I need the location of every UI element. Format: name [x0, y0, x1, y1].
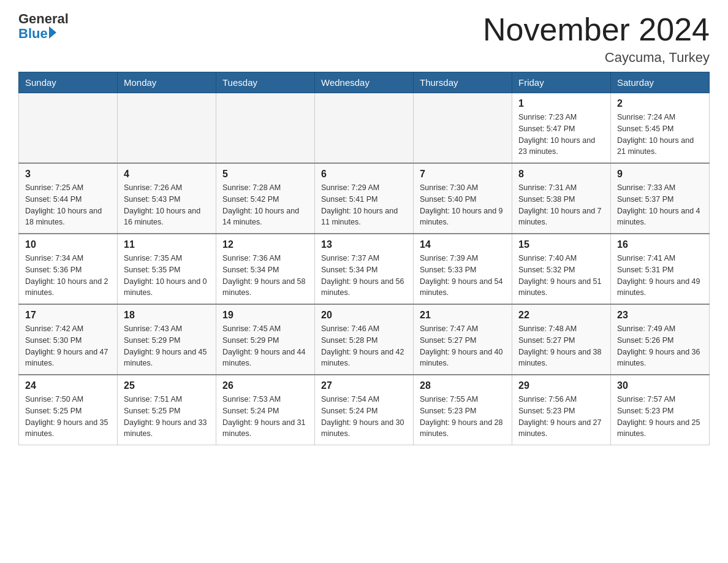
- day-info: Sunrise: 7:36 AMSunset: 5:34 PMDaylight:…: [222, 253, 308, 299]
- day-number: 25: [124, 380, 210, 391]
- day-number: 23: [617, 310, 703, 321]
- calendar-cell: [118, 93, 216, 164]
- calendar-cell: 13Sunrise: 7:37 AMSunset: 5:34 PMDayligh…: [315, 234, 414, 304]
- day-info: Sunrise: 7:47 AMSunset: 5:27 PMDaylight:…: [420, 323, 506, 369]
- day-info: Sunrise: 7:31 AMSunset: 5:38 PMDaylight:…: [518, 182, 604, 228]
- calendar-cell: [414, 93, 512, 164]
- calendar-cell: 22Sunrise: 7:48 AMSunset: 5:27 PMDayligh…: [512, 304, 611, 375]
- calendar-week-row: 17Sunrise: 7:42 AMSunset: 5:30 PMDayligh…: [19, 304, 710, 375]
- calendar-cell: 20Sunrise: 7:46 AMSunset: 5:28 PMDayligh…: [315, 304, 414, 375]
- day-number: 12: [222, 239, 308, 250]
- day-info: Sunrise: 7:46 AMSunset: 5:28 PMDaylight:…: [321, 323, 407, 369]
- calendar-cell: 24Sunrise: 7:50 AMSunset: 5:25 PMDayligh…: [19, 375, 118, 445]
- weekday-header-row: SundayMondayTuesdayWednesdayThursdayFrid…: [19, 72, 710, 93]
- calendar-cell: 26Sunrise: 7:53 AMSunset: 5:24 PMDayligh…: [216, 375, 315, 445]
- calendar-cell: [19, 93, 118, 164]
- day-number: 7: [420, 169, 506, 180]
- day-number: 19: [222, 310, 308, 321]
- location-text: Caycuma, Turkey: [483, 50, 710, 66]
- weekday-header-thursday: Thursday: [414, 72, 512, 93]
- day-info: Sunrise: 7:41 AMSunset: 5:31 PMDaylight:…: [617, 253, 703, 299]
- calendar-cell: [315, 93, 414, 164]
- page-header: General Blue November 2024 Caycuma, Turk…: [18, 12, 710, 66]
- calendar-cell: 15Sunrise: 7:40 AMSunset: 5:32 PMDayligh…: [512, 234, 611, 304]
- day-number: 8: [518, 169, 604, 180]
- day-number: 11: [124, 239, 210, 250]
- day-info: Sunrise: 7:26 AMSunset: 5:43 PMDaylight:…: [124, 182, 210, 228]
- calendar-week-row: 1Sunrise: 7:23 AMSunset: 5:47 PMDaylight…: [19, 93, 710, 164]
- weekday-header-monday: Monday: [118, 72, 216, 93]
- day-number: 30: [617, 380, 703, 391]
- day-info: Sunrise: 7:57 AMSunset: 5:23 PMDaylight:…: [617, 394, 703, 440]
- day-number: 17: [25, 310, 111, 321]
- calendar-week-row: 3Sunrise: 7:25 AMSunset: 5:44 PMDaylight…: [19, 163, 710, 234]
- day-number: 24: [25, 380, 111, 391]
- calendar-cell: 4Sunrise: 7:26 AMSunset: 5:43 PMDaylight…: [118, 163, 216, 234]
- weekday-header-saturday: Saturday: [611, 72, 710, 93]
- calendar-cell: 3Sunrise: 7:25 AMSunset: 5:44 PMDaylight…: [19, 163, 118, 234]
- day-info: Sunrise: 7:51 AMSunset: 5:25 PMDaylight:…: [124, 394, 210, 440]
- calendar-cell: 1Sunrise: 7:23 AMSunset: 5:47 PMDaylight…: [512, 93, 611, 164]
- day-info: Sunrise: 7:45 AMSunset: 5:29 PMDaylight:…: [222, 323, 308, 369]
- day-number: 9: [617, 169, 703, 180]
- day-info: Sunrise: 7:50 AMSunset: 5:25 PMDaylight:…: [25, 394, 111, 440]
- day-number: 6: [321, 169, 407, 180]
- month-title: November 2024: [483, 12, 710, 47]
- calendar-cell: 6Sunrise: 7:29 AMSunset: 5:41 PMDaylight…: [315, 163, 414, 234]
- calendar-cell: 23Sunrise: 7:49 AMSunset: 5:26 PMDayligh…: [611, 304, 710, 375]
- day-number: 27: [321, 380, 407, 391]
- day-info: Sunrise: 7:28 AMSunset: 5:42 PMDaylight:…: [222, 182, 308, 228]
- day-number: 14: [420, 239, 506, 250]
- day-info: Sunrise: 7:42 AMSunset: 5:30 PMDaylight:…: [25, 323, 111, 369]
- calendar-cell: 19Sunrise: 7:45 AMSunset: 5:29 PMDayligh…: [216, 304, 315, 375]
- calendar-cell: [216, 93, 315, 164]
- day-number: 16: [617, 239, 703, 250]
- calendar-week-row: 24Sunrise: 7:50 AMSunset: 5:25 PMDayligh…: [19, 375, 710, 445]
- weekday-header-sunday: Sunday: [19, 72, 118, 93]
- day-info: Sunrise: 7:43 AMSunset: 5:29 PMDaylight:…: [124, 323, 210, 369]
- day-info: Sunrise: 7:34 AMSunset: 5:36 PMDaylight:…: [25, 253, 111, 299]
- day-info: Sunrise: 7:53 AMSunset: 5:24 PMDaylight:…: [222, 394, 308, 440]
- calendar-cell: 30Sunrise: 7:57 AMSunset: 5:23 PMDayligh…: [611, 375, 710, 445]
- calendar-cell: 10Sunrise: 7:34 AMSunset: 5:36 PMDayligh…: [19, 234, 118, 304]
- weekday-header-wednesday: Wednesday: [315, 72, 414, 93]
- calendar-cell: 5Sunrise: 7:28 AMSunset: 5:42 PMDaylight…: [216, 163, 315, 234]
- day-info: Sunrise: 7:29 AMSunset: 5:41 PMDaylight:…: [321, 182, 407, 228]
- calendar-cell: 28Sunrise: 7:55 AMSunset: 5:23 PMDayligh…: [414, 375, 512, 445]
- day-number: 10: [25, 239, 111, 250]
- day-info: Sunrise: 7:37 AMSunset: 5:34 PMDaylight:…: [321, 253, 407, 299]
- day-number: 20: [321, 310, 407, 321]
- calendar-cell: 27Sunrise: 7:54 AMSunset: 5:24 PMDayligh…: [315, 375, 414, 445]
- logo-general-text: General: [18, 12, 69, 26]
- day-info: Sunrise: 7:49 AMSunset: 5:26 PMDaylight:…: [617, 323, 703, 369]
- calendar-week-row: 10Sunrise: 7:34 AMSunset: 5:36 PMDayligh…: [19, 234, 710, 304]
- weekday-header-friday: Friday: [512, 72, 611, 93]
- day-info: Sunrise: 7:23 AMSunset: 5:47 PMDaylight:…: [518, 112, 604, 158]
- day-number: 29: [518, 380, 604, 391]
- day-info: Sunrise: 7:40 AMSunset: 5:32 PMDaylight:…: [518, 253, 604, 299]
- day-number: 5: [222, 169, 308, 180]
- day-number: 22: [518, 310, 604, 321]
- weekday-header-tuesday: Tuesday: [216, 72, 315, 93]
- logo: General Blue: [18, 12, 69, 42]
- day-info: Sunrise: 7:30 AMSunset: 5:40 PMDaylight:…: [420, 182, 506, 228]
- calendar-cell: 9Sunrise: 7:33 AMSunset: 5:37 PMDaylight…: [611, 163, 710, 234]
- day-info: Sunrise: 7:54 AMSunset: 5:24 PMDaylight:…: [321, 394, 407, 440]
- logo-triangle-icon: [49, 26, 56, 39]
- day-number: 1: [518, 98, 604, 109]
- logo-blue-text: Blue: [18, 26, 58, 42]
- calendar-cell: 8Sunrise: 7:31 AMSunset: 5:38 PMDaylight…: [512, 163, 611, 234]
- day-number: 18: [124, 310, 210, 321]
- calendar-cell: 29Sunrise: 7:56 AMSunset: 5:23 PMDayligh…: [512, 375, 611, 445]
- day-info: Sunrise: 7:33 AMSunset: 5:37 PMDaylight:…: [617, 182, 703, 228]
- day-info: Sunrise: 7:25 AMSunset: 5:44 PMDaylight:…: [25, 182, 111, 228]
- calendar-table: SundayMondayTuesdayWednesdayThursdayFrid…: [18, 72, 710, 445]
- day-info: Sunrise: 7:39 AMSunset: 5:33 PMDaylight:…: [420, 253, 506, 299]
- calendar-cell: 14Sunrise: 7:39 AMSunset: 5:33 PMDayligh…: [414, 234, 512, 304]
- day-number: 15: [518, 239, 604, 250]
- day-number: 3: [25, 169, 111, 180]
- calendar-cell: 25Sunrise: 7:51 AMSunset: 5:25 PMDayligh…: [118, 375, 216, 445]
- calendar-cell: 11Sunrise: 7:35 AMSunset: 5:35 PMDayligh…: [118, 234, 216, 304]
- day-number: 26: [222, 380, 308, 391]
- day-number: 2: [617, 98, 703, 109]
